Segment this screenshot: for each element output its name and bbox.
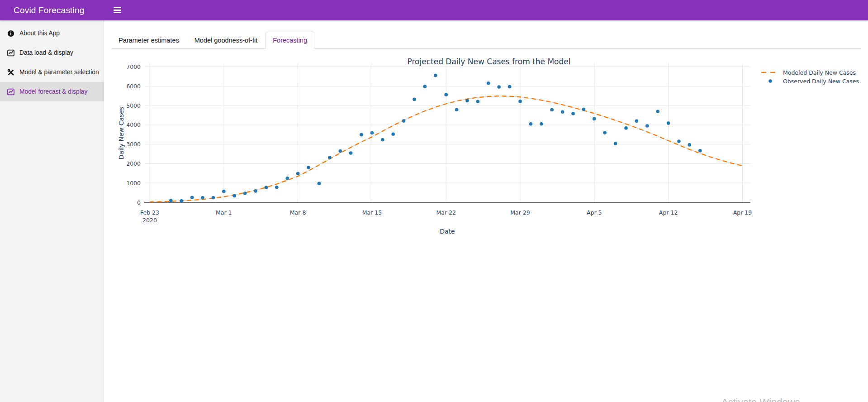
- svg-text:Apr 5: Apr 5: [587, 209, 602, 216]
- observed-points[interactable]: [169, 74, 702, 203]
- svg-text:Mar 29: Mar 29: [510, 209, 530, 216]
- svg-text:Observed Daily New Cases: Observed Daily New Cases: [783, 78, 859, 85]
- svg-text:Mar 1: Mar 1: [216, 209, 232, 216]
- sidebar: About this App Data load & display Model…: [0, 20, 104, 402]
- svg-text:0: 0: [137, 199, 141, 206]
- sidebar-item-label: Model & parameter selection: [19, 69, 99, 76]
- app-header: Covid Forecasting: [0, 0, 868, 20]
- x-axis-labels: Feb 232020Mar 1Mar 8Mar 15Mar 22Mar 29Ap…: [140, 209, 752, 224]
- svg-text:2020: 2020: [142, 217, 157, 224]
- svg-text:Mar 15: Mar 15: [362, 209, 382, 216]
- svg-text:4000: 4000: [126, 121, 141, 128]
- legend-item-observed[interactable]: Observed Daily New Cases: [768, 78, 859, 85]
- x-gridlines: [150, 63, 742, 202]
- forecast-chart[interactable]: Feb 232020Mar 1Mar 8Mar 15Mar 22Mar 29Ap…: [104, 51, 868, 259]
- svg-text:3000: 3000: [126, 141, 141, 148]
- sidebar-item-label: Data load & display: [19, 49, 73, 56]
- main-content: Parameter estimates Model goodness-of-fi…: [104, 20, 868, 402]
- tab-bar: Parameter estimates Model goodness-of-fi…: [111, 32, 861, 49]
- legend-item-modeled[interactable]: Modeled Daily New Cases: [761, 69, 856, 76]
- sidebar-item-model-forecast[interactable]: Model forecast & display: [0, 82, 104, 101]
- svg-text:1000: 1000: [126, 180, 141, 187]
- x-axis-title: Date: [440, 228, 455, 235]
- y-gridlines: [144, 67, 750, 183]
- app-title: Covid Forecasting: [0, 5, 104, 15]
- tab-model-goodness-of-fit[interactable]: Model goodness-of-fit: [187, 32, 265, 49]
- chart-title: Projected Daily New Cases from the Model: [408, 57, 571, 66]
- y-axis-labels: 01000200030004000500060007000: [126, 63, 141, 206]
- chart-line-icon: [7, 49, 14, 57]
- sidebar-toggle-button[interactable]: [110, 3, 125, 17]
- svg-text:Apr 19: Apr 19: [733, 209, 752, 216]
- sidebar-item-label: Model forecast & display: [19, 88, 87, 95]
- svg-text:7000: 7000: [126, 63, 141, 70]
- sidebar-item-model-selection[interactable]: Model & parameter selection: [0, 62, 104, 82]
- sidebar-item-label: About this App: [19, 30, 60, 37]
- chart-line-icon: [7, 88, 14, 96]
- svg-text:Modeled Daily New Cases: Modeled Daily New Cases: [783, 69, 856, 76]
- info-circle-icon: [7, 29, 14, 37]
- y-axis-title: Daily New Cases: [118, 107, 125, 159]
- sidebar-item-data-load[interactable]: Data load & display: [0, 43, 104, 62]
- svg-text:Mar 22: Mar 22: [436, 209, 455, 216]
- svg-text:5000: 5000: [126, 102, 141, 109]
- activate-windows-watermark: Activate Windows: [721, 397, 800, 402]
- svg-text:6000: 6000: [126, 83, 141, 90]
- hamburger-icon: [114, 7, 121, 13]
- chart-legend: Modeled Daily New CasesObserved Daily Ne…: [761, 69, 859, 85]
- tools-icon: [7, 68, 14, 76]
- tab-forecasting[interactable]: Forecasting: [266, 32, 314, 49]
- svg-text:2000: 2000: [126, 160, 141, 167]
- svg-text:Feb 23: Feb 23: [140, 209, 159, 216]
- tab-parameter-estimates[interactable]: Parameter estimates: [111, 32, 186, 49]
- sidebar-item-about[interactable]: About this App: [0, 24, 104, 43]
- svg-text:Apr 12: Apr 12: [659, 209, 678, 216]
- svg-text:Mar 8: Mar 8: [290, 209, 306, 216]
